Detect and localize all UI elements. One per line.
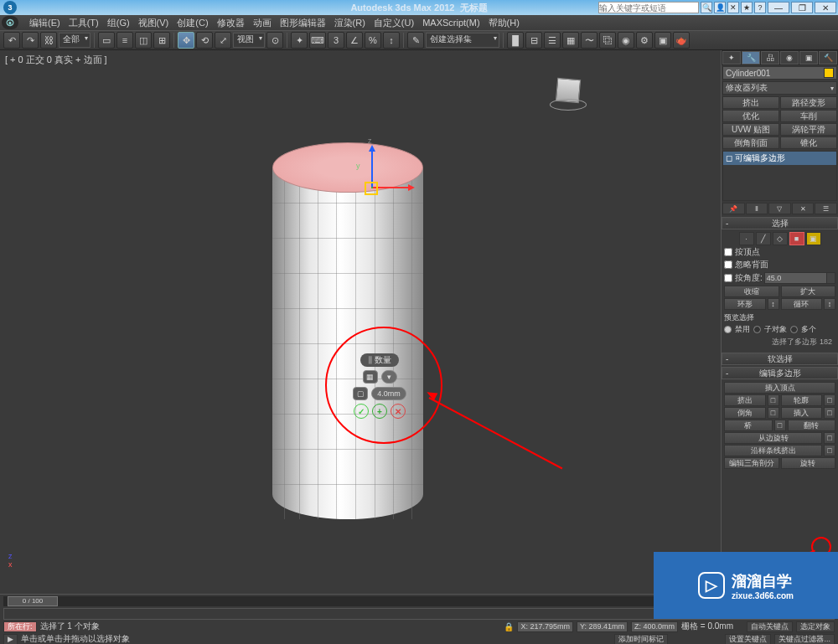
mod-optimize[interactable]: 优化	[722, 110, 779, 122]
hinge-settings[interactable]: □	[824, 432, 835, 444]
outline-settings[interactable]: □	[824, 394, 835, 406]
inset-button[interactable]: 插入	[781, 407, 823, 419]
tab-motion[interactable]: ◉	[780, 51, 799, 64]
menu-help[interactable]: 帮助(H)	[484, 17, 524, 29]
window-maximize[interactable]: ❐	[791, 2, 813, 13]
redo-button[interactable]: ↷	[22, 32, 39, 49]
rendered-frame[interactable]: ▣	[654, 32, 671, 49]
coord-y[interactable]: Y: 289.41mm	[577, 621, 628, 632]
ref-coord-system[interactable]: 视图	[233, 33, 265, 48]
preview-off-radio[interactable]	[724, 326, 732, 333]
ring-button[interactable]: 环形	[724, 298, 766, 310]
hinge-button[interactable]: 从边旋转	[724, 432, 822, 444]
percent-snap[interactable]: %	[365, 32, 381, 49]
move-gizmo[interactable]: z y	[348, 147, 415, 214]
angle-snap[interactable]: ∠	[346, 32, 363, 49]
ignore-backfacing-checkbox[interactable]: 忽略背面	[724, 259, 835, 270]
key-filters[interactable]: 关键点过滤器...	[774, 634, 835, 645]
menu-group[interactable]: 组(G)	[103, 17, 134, 29]
extrude-spline-settings[interactable]: □	[824, 445, 835, 456]
select-object[interactable]: ▭	[98, 32, 115, 49]
autokey-button[interactable]: 自动关键点	[747, 621, 793, 632]
infocenter-help[interactable]: ?	[754, 2, 766, 13]
time-slider-handle[interactable]: 0 / 100	[8, 596, 58, 606]
link-button[interactable]: ⛓	[40, 32, 57, 49]
menu-views[interactable]: 视图(V)	[134, 17, 173, 29]
use-pivot-center[interactable]: ⊙	[266, 32, 283, 49]
mod-extrude[interactable]: 挤出	[722, 96, 779, 109]
select-and-rotate[interactable]: ⟲	[196, 32, 213, 49]
subobj-vertex[interactable]: ·	[739, 232, 754, 245]
spinner-snap[interactable]: ↕	[383, 32, 400, 49]
angle-spinner[interactable]: 45.0	[764, 272, 835, 284]
loop-button[interactable]: 循环	[781, 298, 823, 310]
menu-animation[interactable]: 动画	[249, 17, 276, 29]
rollout-soft-selection[interactable]: 软选择	[722, 353, 838, 365]
selection-filter[interactable]: 全部	[59, 33, 91, 48]
outline-button[interactable]: 轮廓	[781, 394, 823, 406]
rollout-selection[interactable]: 选择	[722, 217, 838, 229]
loop-spinner[interactable]: ↕	[824, 298, 835, 310]
subobj-edge[interactable]: ╱	[756, 232, 771, 245]
viewport-label[interactable]: [ + 0 正交 0 真实 + 边面 ]	[5, 54, 107, 66]
menu-grapheditors[interactable]: 图形编辑器	[276, 17, 330, 29]
preview-multi-radio[interactable]	[790, 326, 798, 333]
retri-button[interactable]: 旋转	[781, 457, 836, 469]
object-name-field[interactable]: Cylinder001	[722, 66, 837, 80]
select-and-manipulate[interactable]: ✦	[291, 32, 308, 49]
subobj-polygon[interactable]: ■	[789, 232, 804, 245]
menu-edit[interactable]: 编辑(E)	[25, 17, 65, 29]
setkey-button[interactable]: 设置关键点	[725, 634, 771, 645]
shrink-button[interactable]: 收缩	[724, 286, 779, 297]
mirror-button[interactable]: ▐▌	[507, 32, 524, 49]
align-button[interactable]: ⊟	[525, 32, 542, 49]
render-setup[interactable]: ⚙	[636, 32, 653, 49]
stack-editable-poly[interactable]: ◻ 可编辑多边形	[723, 152, 836, 165]
object-color-swatch[interactable]	[824, 68, 834, 78]
tab-create[interactable]: ✦	[722, 51, 741, 64]
infocenter-favorites[interactable]: ★	[741, 2, 753, 13]
bevel-button[interactable]: 倒角	[724, 407, 766, 419]
pin-stack[interactable]: 📌	[722, 203, 745, 214]
inset-settings[interactable]: □	[824, 407, 835, 419]
tab-display[interactable]: ▣	[799, 51, 818, 64]
window-minimize[interactable]: —	[768, 2, 789, 13]
edit-named-sel[interactable]: ✎	[407, 32, 424, 49]
mod-pathdeform[interactable]: 路径变形	[780, 96, 837, 109]
viewport[interactable]: [ + 0 正交 0 真实 + 边面 ] z	[0, 50, 721, 594]
by-angle-checkbox[interactable]: 按角度:	[724, 272, 763, 284]
add-time-tag[interactable]: 添加时间标记	[614, 634, 668, 645]
menu-modifiers[interactable]: 修改器	[213, 17, 249, 29]
edit-tri-button[interactable]: 编辑三角剖分	[724, 457, 779, 469]
schematic-view[interactable]: ⿻	[599, 32, 616, 49]
infocenter-search[interactable]	[598, 2, 699, 13]
keyboard-shortcut-toggle[interactable]: ⌨	[309, 32, 326, 49]
bridge-button[interactable]: 桥	[724, 420, 773, 431]
coord-x[interactable]: X: 217.795mm	[517, 621, 573, 632]
extrude-button[interactable]: 挤出	[724, 394, 766, 406]
viewcube[interactable]	[550, 75, 587, 112]
tab-modify[interactable]: 🔧	[742, 51, 760, 64]
mod-taper[interactable]: 锥化	[780, 137, 837, 149]
menu-customize[interactable]: 自定义(U)	[370, 17, 418, 29]
menu-tools[interactable]: 工具(T)	[65, 17, 103, 29]
menu-rendering[interactable]: 渲染(R)	[330, 17, 370, 29]
configure-sets[interactable]: ☰	[815, 203, 837, 214]
extrude-spline-button[interactable]: 沿样条线挤出	[724, 445, 822, 456]
mod-uvwmap[interactable]: UVW 贴图	[722, 123, 779, 136]
app-menu-button[interactable]: ⦿	[2, 16, 18, 29]
modifier-list-dropdown[interactable]: 修改器列表	[722, 81, 837, 95]
infocenter-exchange[interactable]: ✕	[727, 2, 739, 13]
select-by-name[interactable]: ≡	[116, 32, 133, 49]
rollout-edit-polygons[interactable]: 编辑多边形	[722, 367, 838, 379]
preview-subobj-radio[interactable]	[753, 326, 761, 333]
snaps-toggle[interactable]: 3	[328, 32, 344, 49]
select-region[interactable]: ◫	[135, 32, 152, 49]
flip-button[interactable]: 翻转	[788, 420, 836, 431]
mod-lathe[interactable]: 车削	[780, 110, 837, 122]
lock-icon[interactable]: 🔒	[504, 622, 514, 631]
window-crossing[interactable]: ⊞	[153, 32, 170, 49]
infocenter-signin[interactable]: 👤	[714, 2, 726, 13]
mod-turbosmooth[interactable]: 涡轮平滑	[780, 123, 837, 136]
select-and-scale[interactable]: ⤢	[215, 32, 231, 49]
